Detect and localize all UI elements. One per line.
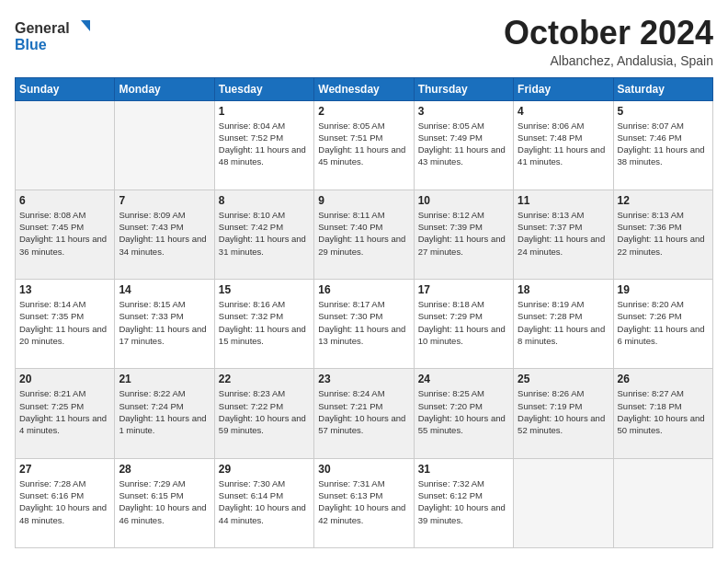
calendar-cell: 13Sunrise: 8:14 AM Sunset: 7:35 PM Dayli… (16, 280, 115, 369)
day-number: 3 (418, 105, 509, 118)
header-monday: Monday (115, 77, 214, 100)
svg-text:Blue: Blue (15, 37, 47, 52)
calendar-cell: 24Sunrise: 8:25 AM Sunset: 7:20 PM Dayli… (414, 369, 513, 458)
calendar-cell (514, 458, 613, 547)
day-info: Sunrise: 8:25 AM Sunset: 7:20 PM Dayligh… (418, 387, 509, 436)
day-info: Sunrise: 7:31 AM Sunset: 6:13 PM Dayligh… (318, 477, 409, 526)
calendar-cell: 23Sunrise: 8:24 AM Sunset: 7:21 PM Dayli… (314, 369, 414, 458)
day-number: 6 (19, 194, 110, 207)
page: General Blue October 2024 Albanchez, And… (0, 0, 728, 563)
calendar-cell: 27Sunrise: 7:28 AM Sunset: 6:16 PM Dayli… (16, 458, 115, 547)
day-info: Sunrise: 8:27 AM Sunset: 7:18 PM Dayligh… (618, 387, 709, 436)
calendar-row-5: 27Sunrise: 7:28 AM Sunset: 6:16 PM Dayli… (16, 458, 713, 547)
day-info: Sunrise: 8:17 AM Sunset: 7:30 PM Dayligh… (318, 298, 409, 347)
day-info: Sunrise: 8:05 AM Sunset: 7:51 PM Dayligh… (318, 120, 409, 168)
day-info: Sunrise: 8:11 AM Sunset: 7:40 PM Dayligh… (318, 209, 409, 258)
day-info: Sunrise: 8:06 AM Sunset: 7:48 PM Dayligh… (518, 120, 609, 168)
header-friday: Friday (514, 77, 613, 100)
day-info: Sunrise: 8:18 AM Sunset: 7:29 PM Dayligh… (418, 298, 509, 347)
day-number: 9 (318, 194, 409, 207)
day-number: 25 (518, 373, 609, 385)
svg-text:General: General (15, 20, 70, 36)
svg-marker-1 (81, 20, 90, 31)
day-info: Sunrise: 8:19 AM Sunset: 7:28 PM Dayligh… (518, 298, 609, 347)
calendar-cell: 8Sunrise: 8:10 AM Sunset: 7:42 PM Daylig… (214, 190, 313, 279)
day-info: Sunrise: 7:28 AM Sunset: 6:16 PM Dayligh… (19, 477, 110, 526)
calendar-cell: 17Sunrise: 8:18 AM Sunset: 7:29 PM Dayli… (414, 280, 513, 369)
calendar-cell: 16Sunrise: 8:17 AM Sunset: 7:30 PM Dayli… (314, 280, 414, 369)
day-number: 2 (318, 105, 409, 118)
calendar-row-2: 6Sunrise: 8:08 AM Sunset: 7:45 PM Daylig… (16, 190, 713, 279)
day-info: Sunrise: 8:10 AM Sunset: 7:42 PM Dayligh… (219, 209, 310, 258)
calendar-cell: 30Sunrise: 7:31 AM Sunset: 6:13 PM Dayli… (314, 458, 414, 547)
day-number: 8 (219, 194, 310, 207)
day-number: 19 (618, 283, 709, 296)
header-tuesday: Tuesday (214, 77, 313, 100)
calendar-cell: 22Sunrise: 8:23 AM Sunset: 7:22 PM Dayli… (214, 369, 313, 458)
day-info: Sunrise: 8:14 AM Sunset: 7:35 PM Dayligh… (19, 298, 110, 347)
header-sunday: Sunday (16, 77, 115, 100)
day-number: 14 (119, 283, 210, 296)
calendar-cell: 7Sunrise: 8:09 AM Sunset: 7:43 PM Daylig… (115, 190, 214, 279)
calendar-cell: 25Sunrise: 8:26 AM Sunset: 7:19 PM Dayli… (514, 369, 613, 458)
calendar: Sunday Monday Tuesday Wednesday Thursday… (15, 77, 713, 548)
calendar-cell: 31Sunrise: 7:32 AM Sunset: 6:12 PM Dayli… (414, 458, 513, 547)
calendar-row-1: 1Sunrise: 8:04 AM Sunset: 7:52 PM Daylig… (16, 100, 713, 190)
calendar-cell: 18Sunrise: 8:19 AM Sunset: 7:28 PM Dayli… (514, 280, 613, 369)
day-number: 15 (219, 283, 310, 296)
day-number: 7 (119, 194, 210, 207)
day-number: 11 (518, 194, 609, 207)
month-title: October 2024 (504, 15, 713, 52)
day-number: 10 (418, 194, 509, 207)
day-info: Sunrise: 8:08 AM Sunset: 7:45 PM Dayligh… (19, 209, 110, 258)
day-info: Sunrise: 8:15 AM Sunset: 7:33 PM Dayligh… (119, 298, 210, 347)
day-info: Sunrise: 8:23 AM Sunset: 7:22 PM Dayligh… (219, 387, 310, 436)
day-number: 16 (318, 283, 409, 296)
calendar-cell: 10Sunrise: 8:12 AM Sunset: 7:39 PM Dayli… (414, 190, 513, 279)
calendar-row-4: 20Sunrise: 8:21 AM Sunset: 7:25 PM Dayli… (16, 369, 713, 458)
day-number: 17 (418, 283, 509, 296)
day-number: 18 (518, 283, 609, 296)
calendar-cell: 21Sunrise: 8:22 AM Sunset: 7:24 PM Dayli… (115, 369, 214, 458)
day-info: Sunrise: 7:29 AM Sunset: 6:15 PM Dayligh… (119, 477, 210, 526)
day-info: Sunrise: 8:05 AM Sunset: 7:49 PM Dayligh… (418, 120, 509, 168)
day-info: Sunrise: 8:21 AM Sunset: 7:25 PM Dayligh… (19, 387, 110, 436)
header-wednesday: Wednesday (314, 77, 414, 100)
calendar-cell: 3Sunrise: 8:05 AM Sunset: 7:49 PM Daylig… (414, 100, 513, 190)
calendar-cell: 26Sunrise: 8:27 AM Sunset: 7:18 PM Dayli… (613, 369, 712, 458)
day-info: Sunrise: 8:16 AM Sunset: 7:32 PM Dayligh… (219, 298, 310, 347)
day-info: Sunrise: 8:04 AM Sunset: 7:52 PM Dayligh… (219, 120, 310, 168)
title-area: October 2024 Albanchez, Andalusia, Spain (504, 15, 713, 68)
day-number: 27 (19, 463, 110, 476)
day-info: Sunrise: 8:24 AM Sunset: 7:21 PM Dayligh… (318, 387, 409, 436)
calendar-cell: 15Sunrise: 8:16 AM Sunset: 7:32 PM Dayli… (214, 280, 313, 369)
day-info: Sunrise: 8:20 AM Sunset: 7:26 PM Dayligh… (618, 298, 709, 347)
logo: General Blue (15, 15, 97, 59)
calendar-cell: 12Sunrise: 8:13 AM Sunset: 7:36 PM Dayli… (613, 190, 712, 279)
location: Albanchez, Andalusia, Spain (504, 53, 713, 68)
calendar-cell: 11Sunrise: 8:13 AM Sunset: 7:37 PM Dayli… (514, 190, 613, 279)
day-number: 4 (518, 105, 609, 118)
day-info: Sunrise: 8:26 AM Sunset: 7:19 PM Dayligh… (518, 387, 609, 436)
calendar-cell: 29Sunrise: 7:30 AM Sunset: 6:14 PM Dayli… (214, 458, 313, 547)
day-number: 13 (19, 283, 110, 296)
day-info: Sunrise: 7:32 AM Sunset: 6:12 PM Dayligh… (418, 477, 509, 526)
day-info: Sunrise: 8:09 AM Sunset: 7:43 PM Dayligh… (119, 209, 210, 258)
day-number: 5 (618, 105, 709, 118)
calendar-cell: 19Sunrise: 8:20 AM Sunset: 7:26 PM Dayli… (613, 280, 712, 369)
calendar-cell: 28Sunrise: 7:29 AM Sunset: 6:15 PM Dayli… (115, 458, 214, 547)
calendar-cell: 6Sunrise: 8:08 AM Sunset: 7:45 PM Daylig… (16, 190, 115, 279)
day-info: Sunrise: 8:22 AM Sunset: 7:24 PM Dayligh… (119, 387, 210, 436)
calendar-cell: 2Sunrise: 8:05 AM Sunset: 7:51 PM Daylig… (314, 100, 414, 190)
day-info: Sunrise: 7:30 AM Sunset: 6:14 PM Dayligh… (219, 477, 310, 526)
calendar-cell: 1Sunrise: 8:04 AM Sunset: 7:52 PM Daylig… (214, 100, 313, 190)
calendar-cell (613, 458, 712, 547)
day-number: 20 (19, 373, 110, 385)
logo-text: General Blue (15, 15, 97, 59)
day-number: 30 (318, 463, 409, 476)
header: General Blue October 2024 Albanchez, And… (15, 15, 713, 68)
day-number: 26 (618, 373, 709, 385)
calendar-cell: 5Sunrise: 8:07 AM Sunset: 7:46 PM Daylig… (613, 100, 712, 190)
day-number: 12 (618, 194, 709, 207)
day-info: Sunrise: 8:13 AM Sunset: 7:36 PM Dayligh… (618, 209, 709, 258)
